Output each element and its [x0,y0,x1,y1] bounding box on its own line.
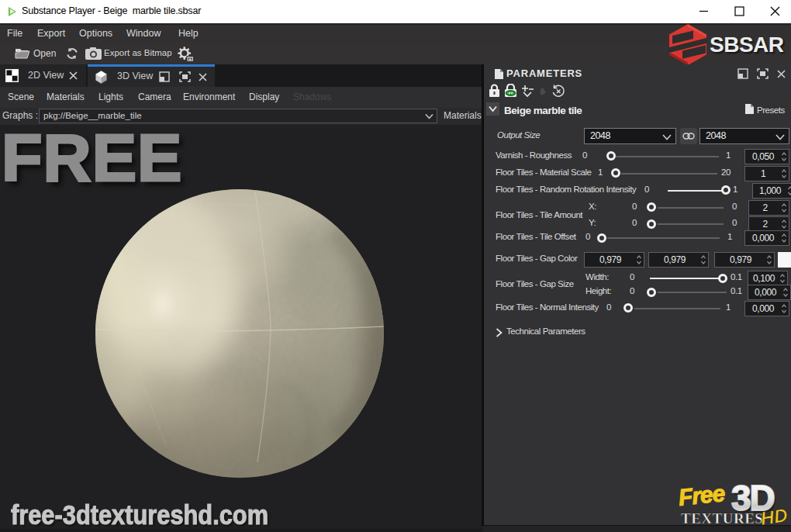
svg-text:SBSAR: SBSAR [710,33,784,57]
svg-text:HD: HD [759,504,789,529]
svg-text:TEXTURES: TEXTURES [681,510,763,527]
svg-text:Free: Free [677,480,726,510]
